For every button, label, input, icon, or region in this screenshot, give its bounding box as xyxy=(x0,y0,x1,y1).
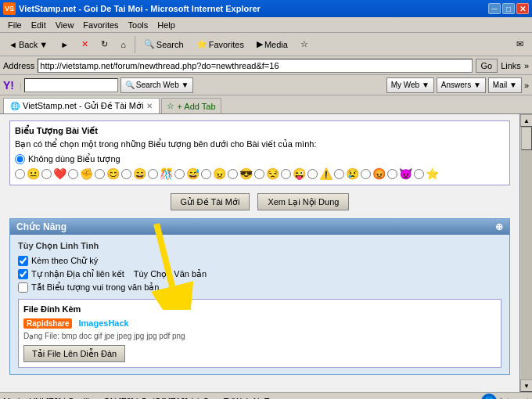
emoji-face-7: 😅 xyxy=(186,167,200,180)
emoji-radio-14[interactable] xyxy=(361,169,371,179)
close-button[interactable]: ✕ xyxy=(516,3,529,14)
emoji-cell-16: ⭐ xyxy=(414,167,439,180)
emoji-radio-3[interactable] xyxy=(68,169,78,179)
minimize-button[interactable]: ─ xyxy=(488,3,501,14)
emoji-grid: 😐 ❤️ ✊ 😊 😄 xyxy=(15,167,505,180)
emoji-cell-11: 😜 xyxy=(281,167,306,180)
ie-icon: VS xyxy=(3,2,16,15)
media-icon: ▶ xyxy=(257,39,263,49)
back-icon: ◄ xyxy=(9,40,17,49)
mail-button[interactable]: ✉ xyxy=(511,35,529,54)
upload-button[interactable]: Tải File Lên Diễn Đàn xyxy=(23,345,125,362)
emoji-radio-15[interactable] xyxy=(387,169,397,179)
preview-button[interactable]: Xem Lại Nội Dung xyxy=(257,193,349,210)
scrollbar[interactable]: ▲ ▼ xyxy=(519,114,532,392)
mail-icon: ✉ xyxy=(516,39,523,49)
emoji-radio-10[interactable] xyxy=(254,169,264,179)
emoji-face-9: 😎 xyxy=(239,167,253,180)
emoji-face-1: 😐 xyxy=(27,167,40,180)
emoji-cell-12: ⚠️ xyxy=(307,167,332,180)
forward-button[interactable]: ► xyxy=(55,35,74,54)
address-input[interactable] xyxy=(38,59,472,73)
emoji-radio-12[interactable] xyxy=(307,169,318,179)
emoji-radio-7[interactable] xyxy=(174,169,185,179)
scroll-thumb[interactable] xyxy=(521,127,532,150)
back-dropdown-icon: ▼ xyxy=(39,40,48,49)
tab-favicon: 🌐 xyxy=(10,102,20,110)
emoji-face-8: 😠 xyxy=(213,167,226,180)
go-button[interactable]: Go xyxy=(476,59,498,73)
checkbox-autolink[interactable] xyxy=(18,269,28,279)
favorites-button[interactable]: ⭐ Favorites xyxy=(191,35,250,54)
chuc-nang-title: Chức Năng xyxy=(16,221,66,232)
my-web-button[interactable]: My Web ▼ xyxy=(386,77,434,93)
menu-help[interactable]: Help xyxy=(153,19,180,31)
status-zone-text: Internet xyxy=(500,397,529,400)
checkbox-row-2: Tự nhận Địa chỉ liên kết Tùy Chọn Văn bả… xyxy=(18,269,501,279)
emoji-cell-5: 😄 xyxy=(121,167,146,180)
emoji-radio-13[interactable] xyxy=(334,169,344,179)
emoji-radio-16[interactable] xyxy=(414,169,424,179)
tab-bar: 🌐 VietStamp.net - Gửi Đề Tài Mới ✕ ☆ + A… xyxy=(0,95,532,114)
no-emoji-label: Không dùng Biểu tượng xyxy=(28,154,120,164)
scroll-down-button[interactable]: ▼ xyxy=(520,379,532,392)
no-emoji-radio[interactable] xyxy=(15,154,25,164)
search-button[interactable]: 🔍 Search xyxy=(138,35,189,54)
stop-button[interactable]: ✕ xyxy=(76,35,94,54)
emoji-radio-8[interactable] xyxy=(201,169,211,179)
add-tab-label: + Add Tab xyxy=(177,102,215,111)
yahoo-logo: Y! xyxy=(3,79,14,92)
chuc-nang-icon: ⊕ xyxy=(495,221,503,232)
emoji-radio-9[interactable] xyxy=(228,169,238,179)
answers-button[interactable]: Answers ▼ xyxy=(437,77,486,93)
menu-view[interactable]: View xyxy=(51,19,79,31)
tab-main[interactable]: 🌐 VietStamp.net - Gửi Đề Tài Mới ✕ xyxy=(3,98,160,113)
chuc-nang-content: Tùy Chọn Linh Tinh Kèm theo Chữ ký Tự nh… xyxy=(10,235,509,374)
emoji-radio-11[interactable] xyxy=(281,169,291,179)
history-icon: ☆ xyxy=(300,39,308,49)
menu-file[interactable]: File xyxy=(3,19,27,31)
emoji-radio-1[interactable] xyxy=(15,169,25,179)
back-button[interactable]: ◄ Back ▼ xyxy=(3,35,53,54)
refresh-button[interactable]: ↻ xyxy=(95,35,113,54)
tab-close-icon[interactable]: ✕ xyxy=(146,102,153,110)
maximize-button[interactable]: □ xyxy=(502,3,515,14)
home-button[interactable]: ⌂ xyxy=(115,35,131,54)
menu-favorites[interactable]: Favorites xyxy=(78,19,123,31)
emoji-cell-8: 😠 xyxy=(201,167,226,180)
emoji-cell-3: ✊ xyxy=(68,167,93,180)
add-tab-button[interactable]: ☆ + Add Tab xyxy=(161,98,221,113)
emoji-cell-13: 😢 xyxy=(334,167,359,180)
search-web-button[interactable]: 🔍 Search Web ▼ xyxy=(120,77,194,93)
submit-button[interactable]: Gửi Đề Tài Mới xyxy=(171,193,250,210)
emoji-radio-6[interactable] xyxy=(148,169,158,179)
media-button[interactable]: ▶ Media xyxy=(251,35,293,54)
menu-edit[interactable]: Edit xyxy=(27,19,51,31)
emoji-radio-4[interactable] xyxy=(95,169,105,179)
status-right: 🌐 Internet xyxy=(481,394,529,400)
scroll-track xyxy=(521,127,532,379)
yahoo-search-input[interactable] xyxy=(24,78,118,92)
emoji-radio-5[interactable] xyxy=(121,169,131,179)
checkbox-disable-emoji-label: Tắt Biểu tượng vui trong văn bản xyxy=(31,282,159,293)
ie-toolbar: ◄ Back ▼ ► ✕ ↻ ⌂ 🔍 Search ⭐ Favorites ▶ … xyxy=(0,33,532,56)
bieu-tuong-section: Biểu Tượng Bài Viết Bạn có thể chọn một … xyxy=(9,120,510,185)
file-types: Dạng File: bmp doc gif jpe jpeg jpg jpg … xyxy=(23,332,496,340)
tuy-chon-title: Tùy Chọn Linh Tinh xyxy=(18,241,501,251)
history-button[interactable]: ☆ xyxy=(295,35,314,54)
emoji-cell-1: 😐 xyxy=(15,167,40,180)
emoji-face-4: 😊 xyxy=(106,167,120,180)
emoji-face-13: 😢 xyxy=(346,167,359,180)
mail-toolbar-button[interactable]: Mail ▼ xyxy=(488,77,522,93)
emoji-face-6: 🎊 xyxy=(160,167,173,180)
action-buttons: Gửi Đề Tài Mới Xem Lại Nội Dung xyxy=(9,193,510,210)
checkbox-signature[interactable] xyxy=(18,256,28,266)
chuc-nang-header: Chức Năng ⊕ xyxy=(10,219,509,235)
checkbox-disable-emoji[interactable] xyxy=(18,282,28,293)
emoji-radio-2[interactable] xyxy=(41,169,52,179)
address-bar: Address Go Links » xyxy=(0,56,532,75)
emoji-cell-7: 😅 xyxy=(174,167,200,180)
title-bar: VS VietStamp.net - Goi De Tai Moi - Micr… xyxy=(0,0,532,17)
scroll-up-button[interactable]: ▲ xyxy=(520,114,532,127)
menu-tools[interactable]: Tools xyxy=(124,19,153,31)
